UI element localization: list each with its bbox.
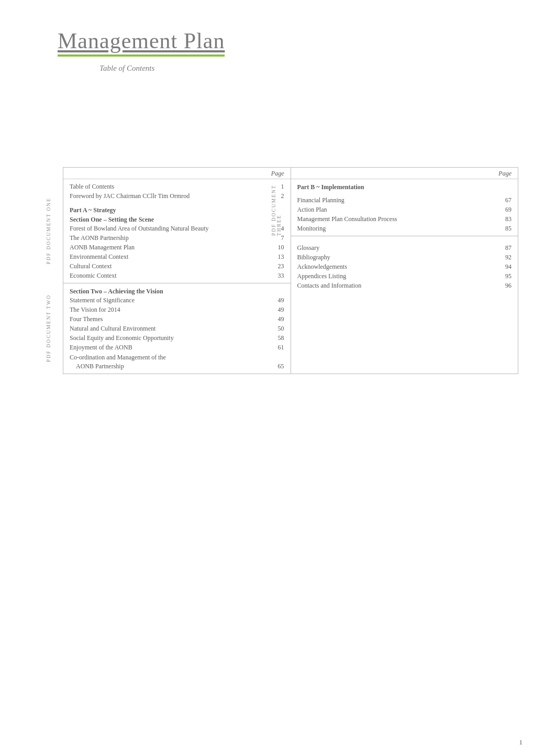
toc-entry-monitoring: Monitoring 85 (297, 224, 512, 233)
toc-entry-natural-cultural: Natural and Cultural Environment 50 (70, 324, 284, 333)
doc-one-entries: Table of Contents 1 Foreword by JAC Chai… (63, 179, 291, 283)
doc-one-label: PDF Document One (46, 198, 51, 264)
doc-one-section: PDF Document One Table of Contents 1 For… (63, 179, 291, 283)
toc-entry-four-themes: Four Themes 49 (70, 314, 284, 324)
doc-two-entries: Section Two – Achieving the Vision State… (63, 283, 291, 374)
section-two-heading: Section Two – Achieving the Vision (70, 286, 284, 295)
doc-two-section: PDF Document Two Section Two – Achieving… (63, 283, 291, 374)
toc-entry-bibliography: Bibliography 92 (297, 253, 512, 262)
toc-entry-statement-significance: Statement of Significance 49 (70, 295, 284, 305)
toc-entry-aonb-partnership-two: AONB Partnership 65 (70, 361, 284, 371)
page-number: 1 (519, 738, 523, 747)
header: Management Plan Table of Contents (0, 0, 534, 73)
toc-entry-enjoyment-aonb: Enjoyment of the AONB 61 (70, 343, 284, 352)
doc-three-label: PDF Document Three (271, 179, 282, 236)
toc-entry-table-of-contents: Table of Contents 1 (70, 182, 284, 191)
doc-three-entries: Part B ~ Implementation Financial Planni… (291, 179, 518, 236)
toc-entry-contacts: Contacts and Information 96 (297, 281, 512, 290)
toc-entry-coordination: Co-ordination and Management of the (70, 352, 284, 361)
toc-entry-foreword: Foreword by JAC Chairman CCllr Tim Ormro… (70, 191, 284, 201)
toc-entry-cultural-context: Cultural Context 23 (70, 261, 284, 271)
toc-entry-financial-planning: Financial Planning 67 (297, 195, 512, 205)
toc-entry-aonb-management-plan: AONB Management Plan 10 (70, 243, 284, 252)
doc-two-vert-label-container: PDF Document Two (38, 283, 59, 374)
toc-entry-social-equity: Social Equity and Economic Opportunity 5… (70, 333, 284, 343)
part-a-heading: Part A ~ Strategy (70, 205, 284, 214)
right-bottom-entries: Glossary 87 Bibliography 92 Acknowledgem… (291, 236, 518, 293)
doc-three-vert-label-container: PDF Document Three (266, 179, 287, 236)
page-subtitle: Table of Contents (99, 64, 534, 73)
title-underline (58, 54, 225, 57)
toc-entry-glossary: Glossary 87 (297, 243, 512, 253)
right-column: Page PDF Document Three Part B ~ Impleme… (291, 168, 518, 374)
doc-two-label: PDF Document Two (46, 294, 51, 362)
toc-entry-environmental-context: Environmental Context 13 (70, 252, 284, 261)
part-b-heading: Part B ~ Implementation (297, 182, 512, 191)
section-one-heading: Section One – Setting the Scene (70, 214, 284, 224)
title-block: Management Plan (58, 28, 225, 60)
toc-entry-vision-2014: The Vision for 2014 49 (70, 305, 284, 314)
toc-entry-aonb-partnership: The AONB Partnership 7 (70, 233, 284, 243)
toc-entry-action-plan: Action Plan 69 (297, 205, 512, 214)
left-page-header: Page (63, 168, 291, 179)
left-column: Page PDF Document One Table of Contents … (63, 168, 291, 374)
doc-three-section: PDF Document Three Part B ~ Implementati… (291, 179, 518, 236)
toc-entry-acknowledgements: Acknowledgements 94 (297, 262, 512, 271)
doc-one-vert-label-container: PDF Document One (38, 179, 59, 283)
toc-entry-appendices: Appendices Listing 95 (297, 271, 512, 281)
toc-entry-economic-context: Economic Context 33 (70, 271, 284, 280)
page-title: Management Plan (58, 28, 225, 53)
right-page-header: Page (291, 168, 518, 179)
toc-entry-bowland: Forest of Bowland Area of Outstanding Na… (70, 224, 284, 233)
toc-entry-consultation-process: Management Plan Consultation Process 83 (297, 214, 512, 224)
